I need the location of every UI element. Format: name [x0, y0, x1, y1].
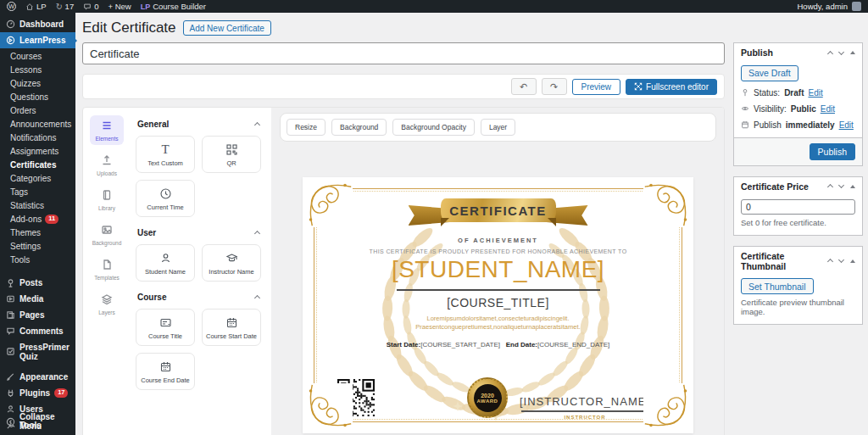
- submenu-lessons[interactable]: Lessons: [0, 63, 75, 76]
- submenu-categories[interactable]: Categories: [0, 171, 75, 185]
- submenu-announcements[interactable]: Announcements: [0, 117, 75, 131]
- sidebar-item-learnpress[interactable]: LearnPress: [0, 32, 75, 48]
- element-instructor-name[interactable]: Instructor Name: [202, 244, 261, 282]
- certificate-canvas[interactable]: CERTIFICATE OF ACHIEVEMENT THIS CERTIFIC…: [303, 177, 693, 433]
- redo-button[interactable]: ↷: [542, 78, 567, 95]
- certificate-presented-line[interactable]: THIS CERTIFICATE IS PROUDLY PRESENTED FO…: [303, 248, 693, 254]
- submenu-assignments[interactable]: Assignments: [0, 144, 75, 158]
- background-opacity-button[interactable]: Background Opacity: [392, 119, 475, 136]
- tab-library[interactable]: Library: [90, 185, 124, 215]
- tab-elements[interactable]: Elements: [90, 115, 124, 145]
- course-title-placeholder[interactable]: [COURSE_TITLE]: [303, 296, 693, 310]
- admin-bar-comments[interactable]: 0: [83, 2, 98, 11]
- admin-bar-new[interactable]: + New: [108, 2, 131, 11]
- admin-bar-site[interactable]: LP: [25, 2, 47, 11]
- section-user: User: [137, 228, 259, 237]
- posts-icon: [6, 278, 15, 287]
- submenu-statistics[interactable]: Statistics: [0, 198, 75, 212]
- preview-button[interactable]: Preview: [572, 79, 621, 95]
- learnpress-logo-icon: LP: [141, 3, 151, 11]
- certificate-ribbon[interactable]: CERTIFICATE: [409, 198, 588, 231]
- tab-uploads[interactable]: Uploads: [90, 150, 124, 180]
- avatar[interactable]: [852, 2, 861, 11]
- publish-button[interactable]: Publish: [810, 143, 855, 160]
- submenu-tools[interactable]: Tools: [0, 254, 75, 267]
- sidebar-item-dashboard[interactable]: Dashboard: [0, 16, 75, 32]
- sidebar-item-comments[interactable]: Comments: [0, 323, 75, 339]
- tab-layers[interactable]: Layers: [90, 289, 124, 319]
- thumbnail-help-text: Certificate preview thumbnail image.: [741, 298, 855, 316]
- sidebar-item-pages[interactable]: Pages: [0, 307, 75, 323]
- award-medallion[interactable]: 2020 AWARD: [467, 377, 508, 418]
- visibility-row: Visibility: Public Edit: [741, 104, 855, 114]
- submenu-questions[interactable]: Questions: [0, 90, 75, 103]
- home-icon: [25, 3, 34, 11]
- submenu-orders[interactable]: Orders: [0, 103, 75, 117]
- sidebar-item-posts[interactable]: Posts: [0, 275, 75, 291]
- price-help-text: Set 0 for free certificate.: [741, 218, 855, 227]
- move-up-icon[interactable]: [827, 50, 833, 56]
- submenu-tags[interactable]: Tags: [0, 185, 75, 198]
- edit-visibility-link[interactable]: Edit: [821, 104, 835, 114]
- add-new-certificate-button[interactable]: Add New Certificate: [183, 20, 271, 36]
- sidebar-item-pressprimer-quiz[interactable]: PressPrimer Quiz: [0, 339, 75, 365]
- course-dates-line[interactable]: Start Date:[COURSE_START_DATE] End Date:…: [303, 341, 693, 349]
- toggle-panel-icon[interactable]: [850, 51, 855, 54]
- certificate-subtitle[interactable]: OF ACHIEVEMENT: [303, 237, 693, 244]
- collapse-menu-button[interactable]: Collapse Menu: [0, 409, 75, 434]
- element-course-start-date[interactable]: Course Start Date: [202, 309, 261, 346]
- person-icon: [159, 252, 172, 265]
- howdy-text[interactable]: Howdy, admin: [798, 2, 849, 11]
- element-qr[interactable]: QR: [202, 136, 261, 173]
- toggle-panel-icon[interactable]: [850, 185, 855, 188]
- tab-templates[interactable]: Templates: [90, 254, 124, 284]
- tab-background[interactable]: Background: [90, 220, 124, 249]
- element-text-custom[interactable]: T Text Custom: [136, 136, 195, 173]
- submenu-courses[interactable]: Courses: [0, 49, 75, 63]
- instructor-name-placeholder: [INSTRUCTOR_NAME]: [510, 395, 659, 408]
- submenu-themes[interactable]: Themes: [0, 226, 75, 240]
- qr-icon: [225, 143, 238, 156]
- certificate-price-input[interactable]: [741, 199, 855, 215]
- edit-schedule-link[interactable]: Edit: [839, 120, 854, 130]
- collapse-section-icon[interactable]: [254, 122, 260, 128]
- element-student-name[interactable]: Student Name: [136, 244, 195, 282]
- student-name-placeholder[interactable]: [STUDENT_NAME]: [303, 256, 693, 283]
- set-thumbnail-button[interactable]: Set Thumbnail: [741, 278, 814, 294]
- edit-status-link[interactable]: Edit: [808, 88, 822, 98]
- submenu-certificates[interactable]: Certificates: [0, 158, 75, 171]
- move-down-icon[interactable]: [838, 48, 844, 54]
- instructor-block[interactable]: [INSTRUCTOR_NAME] INSTRUCTOR: [510, 395, 659, 420]
- submenu-quizzes[interactable]: Quizzes: [0, 76, 75, 90]
- element-course-end-date[interactable]: Course End Date: [136, 353, 195, 390]
- save-draft-button[interactable]: Save Draft: [741, 65, 798, 81]
- fullscreen-editor-button[interactable]: Fullscreen editor: [626, 79, 717, 95]
- element-current-time[interactable]: Current Time: [136, 180, 195, 217]
- pages-icon: [6, 310, 15, 320]
- submenu-settings[interactable]: Settings: [0, 240, 75, 254]
- element-course-title[interactable]: Course Title: [136, 309, 195, 346]
- move-down-icon[interactable]: [838, 182, 844, 188]
- thumbnail-panel-title: Certificate Thumbnail: [741, 251, 828, 271]
- collapse-section-icon[interactable]: [254, 295, 260, 301]
- submenu-notifications[interactable]: Notifications: [0, 131, 75, 144]
- admin-bar-course-builder[interactable]: LP Course Builder: [141, 2, 206, 11]
- wordpress-logo-icon[interactable]: W: [7, 2, 16, 11]
- certificate-description[interactable]: Loremipsumdolorsitamet,consecteturadipis…: [303, 315, 693, 332]
- sidebar-item-media[interactable]: Media: [0, 291, 75, 307]
- resize-button[interactable]: Resize: [287, 119, 326, 136]
- undo-button[interactable]: ↶: [511, 78, 537, 95]
- move-up-icon[interactable]: [827, 184, 833, 190]
- move-down-icon[interactable]: [838, 257, 844, 263]
- sidebar-item-appearance[interactable]: Appearance: [0, 369, 75, 385]
- toggle-panel-icon[interactable]: [850, 259, 855, 263]
- admin-bar-updates[interactable]: ↻ 17: [56, 2, 75, 11]
- collapse-section-icon[interactable]: [254, 231, 260, 237]
- layer-button[interactable]: Layer: [481, 119, 515, 136]
- background-button[interactable]: Background: [331, 119, 387, 136]
- submenu-addons[interactable]: Add-ons 11: [0, 212, 75, 226]
- certificate-title-input[interactable]: [82, 42, 725, 64]
- sidebar-item-plugins[interactable]: Plugins 17: [0, 385, 75, 402]
- section-general: General: [137, 120, 259, 129]
- move-up-icon[interactable]: [827, 259, 833, 265]
